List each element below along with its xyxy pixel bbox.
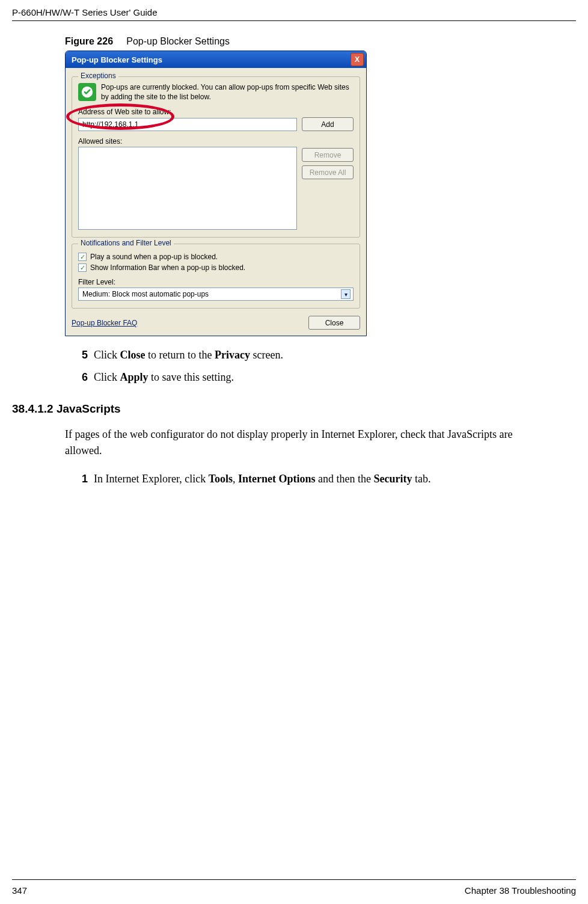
page-number: 347 — [12, 885, 27, 896]
header-rule — [12, 20, 576, 21]
exceptions-legend: Exceptions — [78, 72, 118, 80]
exceptions-info-text: Pop-ups are currently blocked. You can a… — [101, 83, 354, 102]
notifications-group: Notifications and Filter Level ✓ Play a … — [72, 244, 360, 309]
add-button[interactable]: Add — [302, 117, 354, 131]
popup-blocker-faq-link[interactable]: Pop-up Blocker FAQ — [72, 319, 137, 327]
step-number: 6 — [77, 369, 88, 386]
close-button[interactable]: Close — [308, 316, 360, 330]
filter-level-select[interactable]: Medium: Block most automatic pop-ups ▾ — [78, 287, 354, 301]
step-text: In Internet Explorer, click Tools, Inter… — [94, 471, 431, 487]
dialog-title: Pop-up Blocker Settings — [72, 55, 162, 64]
post-figure-steps: 5 Click Close to return to the Privacy s… — [65, 347, 546, 386]
filter-level-value: Medium: Block most automatic pop-ups — [82, 290, 209, 298]
dialog-body: Exceptions Pop-ups are currently blocked… — [66, 68, 366, 336]
address-row: Add — [78, 117, 354, 131]
section-steps: 1 In Internet Explorer, click Tools, Int… — [65, 471, 546, 487]
window-close-button[interactable]: X — [351, 53, 364, 66]
remove-button: Remove — [302, 148, 354, 162]
play-sound-label: Play a sound when a pop-up is blocked. — [90, 253, 218, 261]
step-text: Click Apply to save this setting. — [94, 369, 234, 386]
notifications-legend: Notifications and Filter Level — [78, 239, 174, 247]
exceptions-info: Pop-ups are currently blocked. You can a… — [78, 83, 354, 102]
content-area: Figure 226 Pop-up Blocker Settings Pop-u… — [65, 36, 546, 493]
footer: 347 Chapter 38 Troubleshooting — [12, 885, 576, 896]
allowed-sites-label: Allowed sites: — [78, 137, 297, 146]
figure-title: Pop-up Blocker Settings — [126, 36, 230, 46]
address-input[interactable] — [78, 118, 297, 131]
step-number: 5 — [77, 347, 88, 363]
chevron-down-icon: ▾ — [341, 289, 351, 299]
step-text: Click Close to return to the Privacy scr… — [94, 347, 283, 363]
step-number: 1 — [77, 471, 88, 487]
popup-blocker-settings-dialog: Pop-up Blocker Settings X Exceptions Pop… — [65, 51, 367, 336]
step-1: 1 In Internet Explorer, click Tools, Int… — [77, 471, 546, 487]
remove-all-button: Remove All — [302, 165, 354, 179]
figure-label: Figure 226 — [65, 36, 113, 46]
allowed-icon — [78, 83, 96, 101]
running-header: P-660H/HW/W-T Series User' Guide — [0, 7, 588, 21]
chapter-label: Chapter 38 Troubleshooting — [465, 885, 576, 896]
show-info-bar-label: Show Information Bar when a pop-up is bl… — [90, 263, 245, 272]
page: P-660H/HW/W-T Series User' Guide Figure … — [0, 0, 588, 904]
dialog-titlebar: Pop-up Blocker Settings X — [66, 51, 366, 68]
address-label: Address of Web site to allow: — [78, 108, 354, 116]
step-5: 5 Click Close to return to the Privacy s… — [77, 347, 546, 363]
exceptions-group: Exceptions Pop-ups are currently blocked… — [72, 76, 360, 238]
filter-level-label: Filter Level: — [78, 278, 354, 286]
footer-rule — [12, 879, 576, 880]
step-6: 6 Click Apply to save this setting. — [77, 369, 546, 386]
dialog-bottom-row: Pop-up Blocker FAQ Close — [72, 316, 360, 330]
close-icon: X — [355, 56, 360, 63]
show-info-bar-checkbox[interactable]: ✓ — [78, 263, 87, 272]
play-sound-checkbox[interactable]: ✓ — [78, 253, 87, 261]
allowed-sites-list[interactable] — [78, 147, 297, 230]
section-heading: 38.4.1.2 JavaScripts — [0, 402, 546, 416]
figure-caption: Figure 226 Pop-up Blocker Settings — [65, 36, 546, 47]
section-paragraph: If pages of the web configurator do not … — [65, 426, 546, 459]
